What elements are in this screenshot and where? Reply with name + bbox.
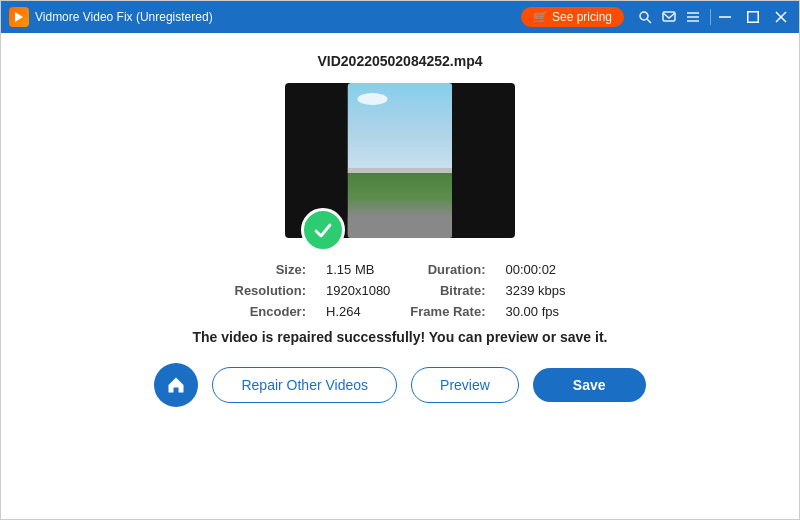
svg-rect-8 — [748, 12, 759, 23]
resolution-label: Resolution: — [235, 283, 307, 298]
window-controls — [715, 7, 791, 27]
size-value: 1.15 MB — [326, 262, 390, 277]
titlebar-divider — [710, 9, 711, 25]
resolution-value: 1920x1080 — [326, 283, 390, 298]
preview-button[interactable]: Preview — [411, 367, 519, 403]
menu-icon[interactable] — [684, 8, 702, 26]
repair-other-button[interactable]: Repair Other Videos — [212, 367, 397, 403]
maximize-button[interactable] — [743, 7, 763, 27]
action-buttons-row: Repair Other Videos Preview Save — [154, 363, 645, 407]
file-info-grid: Size: 1.15 MB Duration: 00:00:02 Resolut… — [235, 262, 566, 319]
svg-point-1 — [640, 12, 648, 20]
svg-line-2 — [647, 19, 651, 23]
encoder-value: H.264 — [326, 304, 390, 319]
video-filename: VID20220502084252.mp4 — [317, 53, 482, 69]
home-button[interactable] — [154, 363, 198, 407]
bitrate-value: 3239 kbps — [505, 283, 565, 298]
size-label: Size: — [235, 262, 307, 277]
framerate-label: Frame Rate: — [410, 304, 485, 319]
framerate-value: 30.00 fps — [505, 304, 565, 319]
titlebar: Vidmore Video Fix (Unregistered) 🛒 See p… — [1, 1, 799, 33]
road-line — [348, 217, 453, 238]
titlebar-action-icons — [636, 8, 702, 26]
see-pricing-button[interactable]: 🛒 See pricing — [521, 7, 624, 27]
app-title: Vidmore Video Fix (Unregistered) — [35, 10, 521, 24]
main-content: VID20220502084252.mp4 Size: 1.15 MB Dura… — [1, 33, 799, 519]
search-icon[interactable] — [636, 8, 654, 26]
duration-label: Duration: — [410, 262, 485, 277]
svg-marker-0 — [15, 12, 23, 22]
guardrail — [348, 168, 453, 173]
video-thumbnail — [348, 83, 453, 238]
cart-icon: 🛒 — [533, 10, 548, 24]
bitrate-label: Bitrate: — [410, 283, 485, 298]
save-button[interactable]: Save — [533, 368, 646, 402]
sky-area — [348, 83, 453, 168]
black-bar-right — [452, 83, 515, 238]
svg-rect-3 — [663, 12, 675, 21]
close-button[interactable] — [771, 7, 791, 27]
duration-value: 00:00:02 — [505, 262, 565, 277]
video-preview-container — [285, 83, 515, 238]
app-logo — [9, 7, 29, 27]
success-message: The video is repaired successfully! You … — [193, 329, 608, 345]
success-check-circle — [301, 208, 345, 252]
ground-area — [348, 168, 453, 238]
message-icon[interactable] — [660, 8, 678, 26]
encoder-label: Encoder: — [235, 304, 307, 319]
minimize-button[interactable] — [715, 7, 735, 27]
